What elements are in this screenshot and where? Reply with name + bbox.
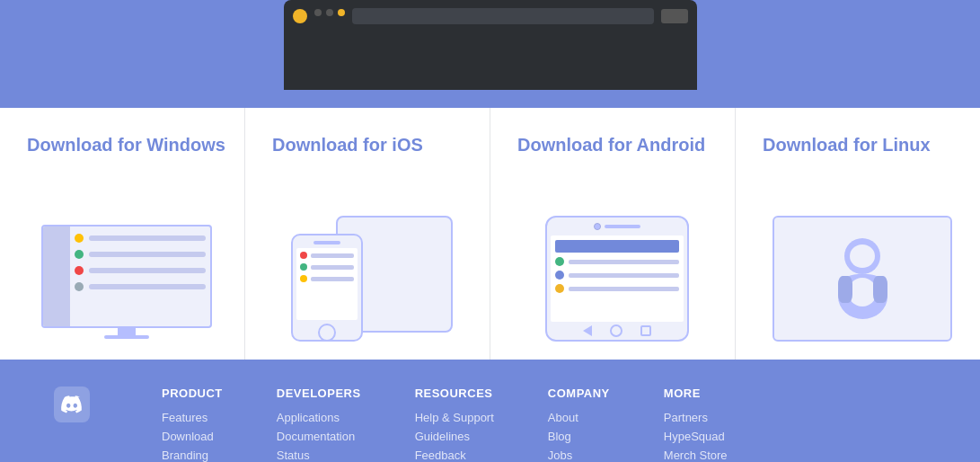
download-card-android[interactable]: Download for Android: [490, 108, 736, 360]
download-android-title: Download for Android: [517, 135, 705, 155]
android-device: [545, 216, 689, 342]
ios-illustration: [272, 173, 472, 342]
footer-link-applications[interactable]: Applications: [277, 411, 361, 424]
android-nav-back: [583, 325, 592, 336]
android-nav-recents: [640, 325, 651, 336]
browser-controls: [314, 9, 345, 16]
discord-logo-icon: [54, 386, 90, 422]
footer-link-help[interactable]: Help & Support: [415, 411, 494, 424]
browser-dot-3: [338, 9, 345, 16]
footer-link-branding[interactable]: Branding: [162, 449, 223, 462]
android-illustration: [517, 173, 717, 342]
download-card-windows[interactable]: Download for Windows: [0, 108, 245, 360]
footer-columns: Product Features Download Branding Devel…: [162, 386, 926, 462]
footer-col-resources: Resources Help & Support Guidelines Feed…: [415, 386, 494, 462]
tux-head: [844, 238, 880, 274]
download-linux-title: Download for Linux: [763, 135, 931, 155]
monitor-graphic: [41, 225, 212, 342]
tux-face: [850, 244, 875, 268]
footer-link-about[interactable]: About: [548, 411, 610, 424]
footer-link-download[interactable]: Download: [162, 430, 223, 443]
download-card-ios[interactable]: Download for iOS: [245, 108, 490, 360]
footer-col-product: Product Features Download Branding: [162, 386, 223, 462]
browser-mockup: [284, 0, 697, 90]
linux-illustration: [763, 173, 962, 342]
windows-illustration: [27, 173, 226, 342]
browser-right-controls: [661, 9, 688, 23]
hero-section: [0, 0, 980, 108]
footer-col-company-heading: Company: [548, 386, 610, 400]
footer-link-partners[interactable]: Partners: [664, 411, 728, 424]
footer-logo[interactable]: [54, 386, 90, 422]
ios-devices: [291, 216, 453, 342]
tux-left-wing: [838, 276, 852, 303]
footer-col-more: More Partners HypeSquad Merch Store: [664, 386, 728, 462]
footer-col-resources-heading: Resources: [415, 386, 494, 400]
footer-link-feedback[interactable]: Feedback: [415, 449, 494, 462]
download-ios-title: Download for iOS: [272, 135, 423, 155]
footer: Product Features Download Branding Devel…: [0, 360, 980, 462]
footer-link-hypesquad[interactable]: HypeSquad: [664, 430, 728, 443]
footer-link-status[interactable]: Status: [277, 449, 361, 462]
footer-link-jobs[interactable]: Jobs: [548, 449, 610, 462]
download-windows-title: Download for Windows: [27, 135, 225, 155]
browser-dot-1: [314, 9, 322, 16]
footer-link-merch[interactable]: Merch Store: [664, 449, 728, 462]
footer-col-product-heading: Product: [162, 386, 223, 400]
footer-col-company: Company About Blog Jobs: [548, 386, 610, 462]
tux-right-wing: [873, 276, 887, 303]
footer-link-blog[interactable]: Blog: [548, 430, 610, 443]
browser-dot-2: [326, 9, 333, 16]
tux-mascot: [838, 238, 887, 319]
discord-svg-icon: [60, 395, 84, 413]
footer-col-developers: Developers Applications Documentation St…: [277, 386, 361, 462]
footer-link-features[interactable]: Features: [162, 411, 223, 424]
footer-col-more-heading: More: [664, 386, 728, 400]
iphone-graphic: [291, 234, 363, 342]
linux-device: [773, 216, 952, 342]
download-cards-section: Download for Windows: [0, 108, 980, 360]
download-card-linux[interactable]: Download for Linux: [736, 108, 980, 360]
android-nav-home: [610, 324, 622, 337]
footer-link-documentation[interactable]: Documentation: [277, 430, 361, 443]
browser-favicon: [293, 9, 307, 23]
footer-link-guidelines[interactable]: Guidelines: [415, 430, 494, 443]
tux-torso: [838, 274, 887, 319]
footer-col-developers-heading: Developers: [277, 386, 361, 400]
browser-addressbar[interactable]: [352, 8, 654, 24]
